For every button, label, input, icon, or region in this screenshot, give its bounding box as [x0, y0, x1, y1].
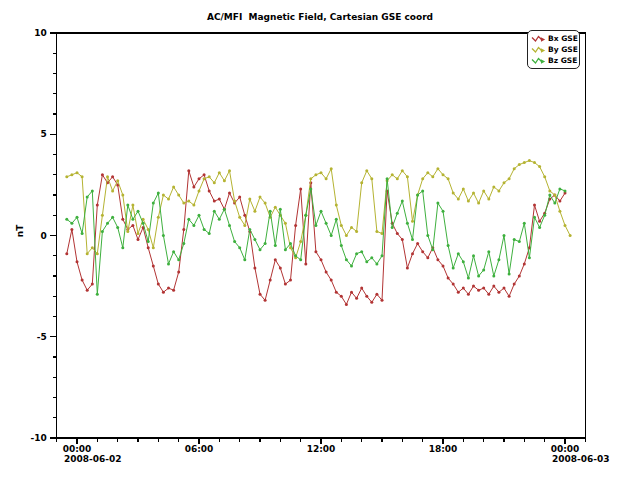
x-date-label: 2008-06-03 [552, 454, 610, 464]
series-by-gse [65, 159, 571, 259]
x-tick-label: 18:00 [429, 444, 458, 454]
y-tick-label: -10 [30, 433, 46, 443]
x-tick-label: 00:00 [551, 444, 580, 454]
y-tick-label: 0 [40, 231, 46, 241]
plot-window: AC/MFI Magnetic Field, Cartesian GSE coo… [0, 0, 640, 480]
legend-item-by-gse: By GSE [531, 44, 577, 55]
y-tick-label: -5 [37, 332, 47, 342]
x-tick-label: 00:00 [63, 444, 92, 454]
axis-tick-labels: 1050-5-1000:002008-06-0206:0012:0018:000… [30, 28, 609, 464]
series-bx-gse [65, 169, 566, 306]
legend-line-icon [531, 34, 546, 44]
legend-line-icon [531, 45, 546, 55]
plot-frame [57, 33, 586, 438]
legend-label-bx-gse: Bx GSE [548, 35, 578, 43]
legend: Bx GSEBy GSEBz GSE [527, 30, 580, 69]
y-tick-label: 10 [34, 28, 47, 38]
y-tick-label: 5 [40, 129, 46, 139]
legend-item-bz-gse: Bz GSE [531, 55, 577, 66]
x-tick-label: 06:00 [185, 444, 214, 454]
legend-item-bx-gse: Bx GSE [531, 33, 577, 44]
x-date-label: 2008-06-02 [64, 454, 122, 464]
chart-canvas[interactable]: 1050-5-1000:002008-06-0206:0012:0018:000… [0, 0, 640, 480]
x-tick-label: 12:00 [307, 444, 336, 454]
legend-line-icon [531, 56, 546, 66]
axis-ticks [50, 33, 586, 444]
series-bz-gse [65, 177, 566, 295]
legend-label-bz-gse: Bz GSE [548, 57, 577, 65]
legend-label-by-gse: By GSE [548, 46, 578, 54]
